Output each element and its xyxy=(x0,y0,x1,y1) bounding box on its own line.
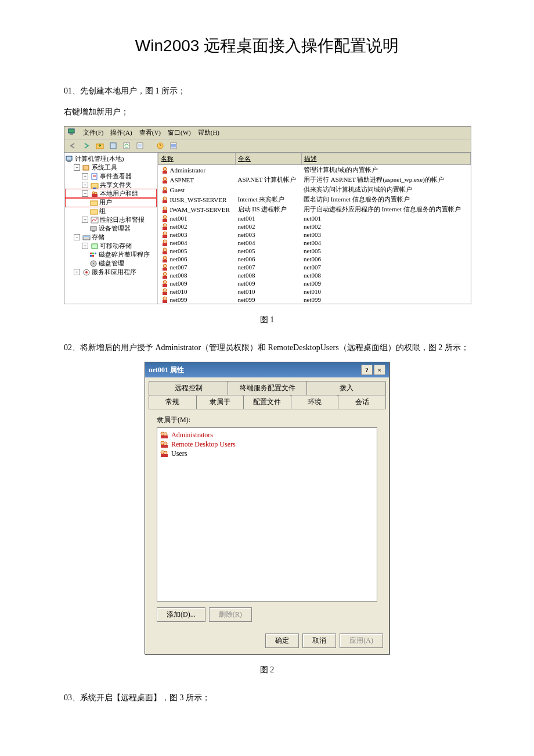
step-02: 02、将新增后的用户授予 Administrator（管理员权限）和 Remot… xyxy=(64,340,470,356)
svg-rect-15 xyxy=(67,161,71,162)
tab-environment[interactable]: 环境 xyxy=(291,395,339,409)
tab-profile[interactable]: 配置文件 xyxy=(243,395,291,409)
tree-systools[interactable]: −系统工具 xyxy=(66,163,156,172)
tree-localusers[interactable]: −本地用户和组 xyxy=(66,189,156,198)
tree-devmgr[interactable]: 设备管理器 xyxy=(66,224,156,233)
help-icon[interactable]: ? xyxy=(155,141,165,150)
menu-file[interactable]: 文件(F) xyxy=(83,128,103,137)
member-of-listbox[interactable]: AdministratorsRemote Desktop UsersUsers xyxy=(157,427,377,602)
ok-button[interactable]: 确定 xyxy=(265,633,299,648)
expand-icon[interactable]: + xyxy=(82,243,88,249)
user-icon xyxy=(161,247,169,254)
svg-rect-31 xyxy=(92,244,98,249)
group-item[interactable]: Administrators xyxy=(160,430,374,440)
menu-window[interactable]: 窗口(W) xyxy=(168,128,191,137)
tree-label: 共享文件夹 xyxy=(100,181,132,189)
tab-dialin[interactable]: 拨入 xyxy=(306,381,386,395)
svg-point-41 xyxy=(163,167,167,171)
tab-remote-control[interactable]: 远程控制 xyxy=(149,381,228,395)
up-folder-icon[interactable] xyxy=(95,141,104,150)
tab-general[interactable]: 常规 xyxy=(149,395,197,409)
mmc-user-list[interactable]: 名称 全名 描述 Administrator管理计算机(域)的内置帐户ASPNE… xyxy=(158,153,471,304)
user-name: Guest xyxy=(170,186,185,193)
table-row[interactable]: net009net009net009 xyxy=(158,279,471,287)
collapse-icon[interactable]: − xyxy=(74,164,80,171)
tree-groups[interactable]: 组 xyxy=(66,207,156,215)
svg-rect-0 xyxy=(68,129,74,133)
table-row[interactable]: net008net008net008 xyxy=(158,271,471,279)
expand-icon[interactable]: + xyxy=(82,173,88,179)
tree-label: 用户 xyxy=(99,198,112,207)
tree-users[interactable]: 用户 xyxy=(66,198,156,207)
user-icon xyxy=(161,186,169,193)
tree-label: 本地用户和组 xyxy=(100,189,138,198)
tree-services-apps[interactable]: +服务和应用程序 xyxy=(66,268,156,276)
apply-button[interactable]: 应用(A) xyxy=(340,633,383,648)
user-name: net005 xyxy=(170,247,187,254)
properties-icon[interactable] xyxy=(108,141,118,150)
removable-icon xyxy=(91,243,99,250)
table-row[interactable]: Administrator管理计算机(域)的内置帐户 xyxy=(158,165,471,175)
menu-help[interactable]: 帮助(H) xyxy=(198,128,219,137)
user-name: net003 xyxy=(170,231,187,238)
menu-view[interactable]: 查看(V) xyxy=(139,128,161,137)
close-icon[interactable]: × xyxy=(374,365,385,375)
menu-action[interactable]: 操作(A) xyxy=(110,128,132,137)
tree-root[interactable]: 计算机管理(本地) xyxy=(66,154,156,163)
table-row[interactable]: net099net099net099 xyxy=(158,296,471,304)
forward-icon[interactable] xyxy=(81,141,91,150)
collapse-icon[interactable]: − xyxy=(74,234,80,240)
svg-point-45 xyxy=(163,187,167,190)
table-row[interactable]: ASPNETASP.NET 计算机帐户用于运行 ASP.NET 辅助进程(asp… xyxy=(158,175,471,185)
tree-removable[interactable]: +可移动存储 xyxy=(66,242,156,250)
export-icon[interactable] xyxy=(135,141,145,150)
group-item[interactable]: Remote Desktop Users xyxy=(160,440,374,449)
list-view-icon[interactable] xyxy=(168,141,178,150)
help-button-icon[interactable]: ? xyxy=(361,365,373,375)
svg-rect-14 xyxy=(66,156,72,160)
back-icon[interactable] xyxy=(68,141,78,150)
table-row[interactable]: net003net003net003 xyxy=(158,231,471,239)
expand-icon[interactable]: + xyxy=(74,269,80,275)
table-row[interactable]: IUSR_WST-SERVERInternet 来宾帐户匿名访问 Interne… xyxy=(158,195,471,204)
tree-eventviewer[interactable]: +事件查看器 xyxy=(66,172,156,181)
table-row[interactable]: net001net001net001 xyxy=(158,214,471,222)
tree-storage[interactable]: −存储 xyxy=(66,233,156,242)
table-row[interactable]: net006net006net006 xyxy=(158,255,471,263)
svg-point-59 xyxy=(163,248,167,251)
user-fullname: net007 xyxy=(236,263,302,271)
computer-icon xyxy=(66,156,74,163)
refresh-icon[interactable] xyxy=(121,141,131,150)
add-button[interactable]: 添加(D)... xyxy=(157,607,205,622)
table-row[interactable]: net010net010net010 xyxy=(158,287,471,296)
table-row[interactable]: net004net004net004 xyxy=(158,239,471,247)
expand-icon[interactable]: + xyxy=(82,182,88,188)
table-row[interactable]: net007net007net007 xyxy=(158,263,471,271)
tab-member-of[interactable]: 隶属于 xyxy=(196,395,244,409)
event-icon xyxy=(91,173,99,180)
user-fullname: net008 xyxy=(236,271,302,279)
group-item[interactable]: Users xyxy=(160,449,374,458)
cancel-button[interactable]: 取消 xyxy=(302,633,336,648)
tree-perflogs[interactable]: +性能日志和警报 xyxy=(66,215,156,224)
table-row[interactable]: IWAM_WST-SERVER启动 IIS 进程帐户用于启动进程外应用程序的 I… xyxy=(158,204,471,214)
user-icon xyxy=(161,215,169,222)
mmc-tree[interactable]: 计算机管理(本地) −系统工具 +事件查看器 +共享文件夹 −本地用户和组 用户… xyxy=(64,153,158,304)
tree-defrag[interactable]: 磁盘碎片整理程序 xyxy=(66,250,156,259)
user-icon xyxy=(161,231,169,238)
table-row[interactable]: Guest供来宾访问计算机或访问域的内置帐户 xyxy=(158,185,471,195)
expand-icon[interactable]: + xyxy=(82,217,88,223)
tab-terminal-services[interactable]: 终端服务配置文件 xyxy=(228,381,307,395)
col-desc[interactable]: 描述 xyxy=(301,153,470,165)
tools-icon xyxy=(82,164,91,171)
table-row[interactable]: net002net002net002 xyxy=(158,222,471,231)
table-row[interactable]: net005net005net005 xyxy=(158,247,471,255)
col-fullname[interactable]: 全名 xyxy=(236,153,302,165)
col-name[interactable]: 名称 xyxy=(158,153,236,165)
tree-shares[interactable]: +共享文件夹 xyxy=(66,181,156,189)
collapse-icon[interactable]: − xyxy=(82,190,88,197)
svg-rect-28 xyxy=(92,231,95,232)
remove-button[interactable]: 删除(R) xyxy=(209,607,252,622)
tab-session[interactable]: 会话 xyxy=(338,395,386,409)
tree-diskmgmt[interactable]: 磁盘管理 xyxy=(66,259,156,268)
